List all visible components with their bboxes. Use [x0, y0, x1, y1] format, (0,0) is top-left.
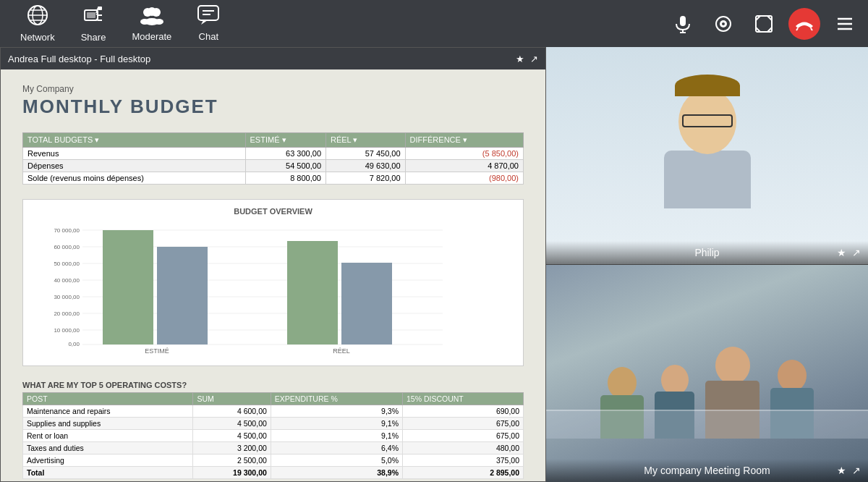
- video-name-philip: Philip: [694, 247, 719, 258]
- video-label-bar-philip: Philip ★ ↗: [546, 241, 868, 264]
- budget-chart: BUDGET OVERVIEW 70 000,00 60 000,00 50 0…: [22, 199, 524, 366]
- list-item: Taxes and duties 3 200,00 6,4% 480,00: [23, 442, 524, 454]
- table-row: Revenus 63 300,00 57 450,00 (5 850,00): [23, 148, 524, 160]
- cam-button[interactable]: [707, 8, 739, 40]
- svg-text:RÉEL: RÉEL: [333, 347, 350, 355]
- nav-chat-label: Chat: [199, 31, 218, 42]
- nav-moderate[interactable]: Moderate: [119, 5, 184, 42]
- list-item: Advertising 2 500,00 5,0% 375,00: [23, 454, 524, 467]
- bar-estime-depenses: [157, 247, 208, 344]
- svg-text:20 000,00: 20 000,00: [54, 310, 80, 317]
- hangup-button[interactable]: [788, 8, 820, 40]
- person-head-3: [715, 347, 750, 384]
- costs-table: POST SUM EXPENDITURE % 15% DISCOUNT Main…: [22, 392, 524, 479]
- row-reel: 49 630,00: [326, 160, 406, 172]
- nav-chat[interactable]: Chat: [184, 5, 232, 42]
- menu-button[interactable]: [829, 8, 861, 40]
- costs-title: WHAT ARE MY TOP 5 OPERATING COSTS?: [22, 381, 524, 389]
- row-reel: 7 820,00: [326, 172, 406, 185]
- row-diff: (5 850,00): [405, 148, 523, 160]
- svg-text:0,00: 0,00: [68, 341, 80, 347]
- person-figure-philip: [664, 75, 751, 208]
- col-reel: RÉEL ▾: [326, 133, 406, 148]
- person-glasses: [682, 114, 733, 127]
- screen-content: My Company MONTHLY BUDGET TOTAL BUDGETS …: [1, 69, 545, 481]
- svg-rect-6: [87, 12, 95, 18]
- moderate-icon: [140, 5, 163, 28]
- svg-line-30: [811, 28, 812, 30]
- star-icon-meeting[interactable]: ★: [837, 465, 846, 476]
- video-label-icons-meeting: ★ ↗: [837, 465, 861, 476]
- doc-subtitle: My Company: [22, 84, 524, 94]
- costs-col-sum: SUM: [193, 393, 271, 405]
- right-panel: Philip ★ ↗: [546, 47, 868, 482]
- table-row: Dépenses 54 500,00 49 630,00 4 870,00: [23, 160, 524, 172]
- col-difference: DIFFÉRENCE ▾: [405, 133, 523, 148]
- svg-line-31: [796, 28, 798, 30]
- nav-network-label: Network: [20, 32, 55, 43]
- main-content: Andrea Full desktop - Full desktop ★ ↗ M…: [0, 47, 868, 482]
- video-label-bar-meeting: My company Meeting Room ★ ↗: [546, 459, 868, 482]
- chat-icon: [197, 5, 219, 28]
- screen-share-panel: Andrea Full desktop - Full desktop ★ ↗ M…: [0, 47, 546, 482]
- chart-svg-wrapper: 70 000,00 60 000,00 50 000,00 40 000,00 …: [30, 221, 516, 358]
- share-icon-philip[interactable]: ↗: [852, 247, 861, 258]
- svg-text:ESTIMÉ: ESTIMÉ: [145, 347, 169, 355]
- video-bg-meeting: [546, 265, 868, 482]
- costs-col-post: POST: [23, 393, 193, 405]
- network-icon: [27, 4, 48, 29]
- video-label-icons-philip: ★ ↗: [837, 247, 861, 258]
- list-item: Rent or loan 4 500,00 9,1% 675,00: [23, 430, 524, 442]
- right-controls: [667, 8, 861, 40]
- nav-share[interactable]: Share: [68, 4, 119, 43]
- video-cell-philip: Philip ★ ↗: [546, 47, 868, 264]
- person-head-1: [608, 367, 637, 399]
- list-item: Maintenance and repairs 4 600,00 9,3% 69…: [23, 405, 524, 418]
- costs-col-discount: 15% DISCOUNT: [402, 393, 523, 405]
- table-row: Solde (revenus moins dépenses) 8 800,00 …: [23, 172, 524, 185]
- svg-rect-23: [680, 16, 686, 26]
- screen-share-header: Andrea Full desktop - Full desktop ★ ↗: [1, 48, 545, 69]
- svg-point-17: [140, 19, 149, 25]
- row-label: Dépenses: [23, 160, 246, 172]
- person-head-2: [661, 365, 689, 395]
- video-cell-meeting: My company Meeting Room ★ ↗: [546, 265, 868, 482]
- svg-point-15: [148, 7, 156, 16]
- chart-svg: 70 000,00 60 000,00 50 000,00 40 000,00 …: [30, 221, 450, 355]
- person-head-4: [778, 360, 807, 392]
- person-hair: [675, 75, 740, 96]
- fullscreen-button[interactable]: [748, 8, 780, 40]
- star-icon-philip[interactable]: ★: [837, 247, 846, 258]
- list-item: Supplies and supplies 4 500,00 9,1% 675,…: [23, 418, 524, 430]
- row-label: Solde (revenus moins dépenses): [23, 172, 246, 185]
- row-reel: 57 450,00: [326, 148, 406, 160]
- header-icons: ★ ↗: [516, 54, 538, 64]
- svg-point-28: [722, 22, 725, 25]
- forward-icon[interactable]: ↗: [530, 54, 538, 64]
- table-surface: [546, 410, 868, 439]
- topbar: Network Share: [0, 0, 868, 47]
- screen-share-title: Andrea Full desktop - Full desktop: [8, 54, 150, 64]
- star-icon[interactable]: ★: [516, 54, 524, 64]
- nav-share-label: Share: [81, 32, 106, 43]
- svg-text:60 000,00: 60 000,00: [54, 244, 80, 250]
- col-total-budgets: TOTAL BUDGETS ▾: [23, 133, 246, 148]
- costs-total-row: Total 19 300,00 38,9% 2 895,00: [23, 467, 524, 479]
- row-diff: (980,00): [405, 172, 523, 185]
- person-face: [678, 89, 736, 154]
- row-estime: 54 500,00: [245, 160, 326, 172]
- costs-col-pct: EXPENDITURE %: [271, 393, 402, 405]
- svg-rect-19: [198, 6, 218, 20]
- chart-title: BUDGET OVERVIEW: [30, 207, 516, 216]
- svg-rect-7: [98, 7, 102, 10]
- share-icon: [82, 4, 104, 29]
- video-name-meeting: My company Meeting Room: [644, 465, 770, 476]
- doc-title: MONTHLY BUDGET: [22, 96, 524, 118]
- mic-button[interactable]: [667, 8, 699, 40]
- row-estime: 63 300,00: [245, 148, 326, 160]
- people-group: [546, 265, 868, 482]
- share-icon-meeting[interactable]: ↗: [852, 465, 861, 476]
- nav-network[interactable]: Network: [7, 4, 68, 43]
- nav-moderate-label: Moderate: [132, 31, 171, 42]
- svg-text:30 000,00: 30 000,00: [54, 294, 80, 300]
